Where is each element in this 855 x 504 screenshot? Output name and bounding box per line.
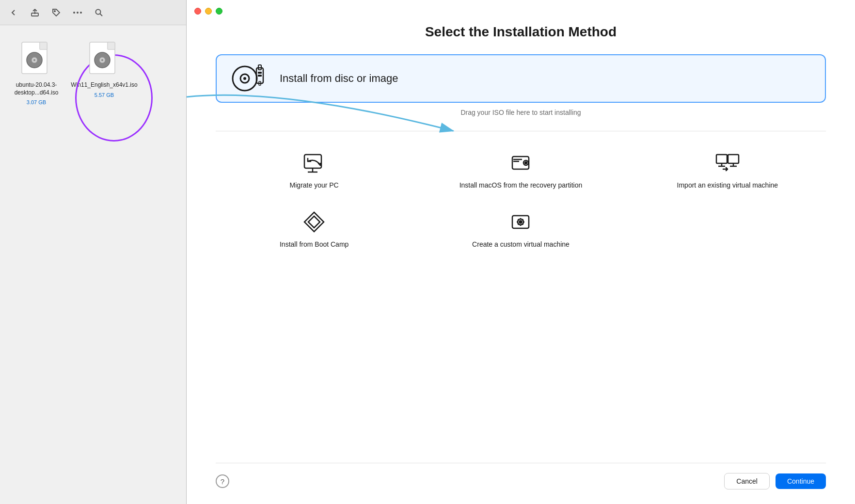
svg-point-45 xyxy=(520,220,522,223)
ubuntu-filesize: 3.07 GB xyxy=(27,99,46,105)
svg-rect-27 xyxy=(304,155,321,168)
footer-buttons: Cancel Continue xyxy=(724,473,826,489)
svg-point-3 xyxy=(77,12,79,14)
tag-icon[interactable] xyxy=(50,7,62,18)
win11-filesize: 5.57 GB xyxy=(95,92,114,98)
macos-recovery-icon xyxy=(508,151,533,175)
migrate-label: Migrate your PC xyxy=(290,181,339,190)
svg-point-34 xyxy=(525,162,527,164)
options-grid: Migrate your PC Install macOS from the r… xyxy=(216,146,826,458)
help-button[interactable]: ? xyxy=(216,474,229,488)
custom-vm-label: Create a custom virtual machine xyxy=(472,240,570,250)
cancel-button[interactable]: Cancel xyxy=(724,473,770,489)
svg-line-52 xyxy=(522,219,523,220)
svg-line-53 xyxy=(518,224,519,225)
continue-button[interactable]: Continue xyxy=(776,473,826,489)
import-vm-icon xyxy=(715,151,740,175)
minimize-button[interactable] xyxy=(205,8,212,15)
dialog-footer: ? Cancel Continue xyxy=(216,463,826,489)
search-icon[interactable] xyxy=(93,7,105,18)
file-item-ubuntu[interactable]: ubuntu-20.04.3-desktop...d64.iso 3.07 GB xyxy=(10,40,63,105)
disc-usb-icon xyxy=(231,64,270,93)
import-vm-label: Import an existing virtual machine xyxy=(677,181,778,190)
svg-line-51 xyxy=(522,224,523,225)
svg-line-6 xyxy=(100,14,103,16)
traffic-lights xyxy=(194,8,222,15)
option-migrate-pc[interactable]: Migrate your PC xyxy=(216,146,412,195)
option-import-vm[interactable]: Import an existing virtual machine xyxy=(629,146,826,195)
ubuntu-filename: ubuntu-20.04.3-desktop...d64.iso xyxy=(10,81,63,96)
share-icon[interactable] xyxy=(29,7,41,18)
migrate-icon xyxy=(302,151,326,175)
svg-point-18 xyxy=(101,59,103,61)
win11-iso-icon xyxy=(85,40,124,79)
maximize-button[interactable] xyxy=(216,8,222,15)
close-button[interactable] xyxy=(194,8,201,15)
svg-point-4 xyxy=(80,12,82,14)
finder-toolbar xyxy=(0,0,186,25)
svg-rect-0 xyxy=(32,13,38,16)
option-custom-vm[interactable]: Create a custom virtual machine xyxy=(422,205,619,254)
svg-rect-24 xyxy=(258,72,262,74)
custom-vm-icon xyxy=(508,210,533,234)
svg-point-12 xyxy=(33,59,35,61)
more-icon[interactable] xyxy=(72,7,83,18)
svg-rect-9 xyxy=(40,42,47,49)
svg-line-50 xyxy=(518,219,519,220)
back-icon[interactable] xyxy=(8,7,19,18)
options-row-1: Migrate your PC Install macOS from the r… xyxy=(216,146,826,195)
file-grid: ubuntu-20.04.3-desktop...d64.iso 3.07 GB… xyxy=(10,40,176,105)
finder-sidebar: ubuntu-20.04.3-desktop...d64.iso 3.07 GB… xyxy=(0,0,187,504)
option-bootcamp[interactable]: Install from Boot Camp xyxy=(216,205,412,254)
svg-point-21 xyxy=(243,77,246,80)
svg-rect-37 xyxy=(716,155,727,163)
divider xyxy=(216,131,826,131)
ubuntu-iso-icon xyxy=(17,40,56,79)
file-item-win11[interactable]: Win11_English_x64v1.iso 5.57 GB xyxy=(78,40,131,98)
svg-point-2 xyxy=(73,12,75,14)
svg-rect-25 xyxy=(258,75,262,77)
svg-rect-15 xyxy=(108,42,115,49)
macos-recovery-label: Install macOS from the recovery partitio… xyxy=(459,181,583,190)
install-disc-button[interactable]: Install from disc or image xyxy=(216,54,826,103)
dialog: Select the Installation Method Install f… xyxy=(187,0,855,504)
options-row-2: Install from Boot Camp xyxy=(216,205,826,254)
dialog-title: Select the Installation Method xyxy=(216,24,826,40)
bootcamp-icon xyxy=(302,210,326,234)
svg-rect-38 xyxy=(728,155,739,163)
drag-hint: Drag your ISO file here to start install… xyxy=(216,109,826,116)
install-disc-label: Install from disc or image xyxy=(280,72,398,85)
svg-point-1 xyxy=(54,10,55,11)
finder-content: ubuntu-20.04.3-desktop...d64.iso 3.07 GB… xyxy=(0,25,186,504)
svg-point-5 xyxy=(96,9,101,14)
win11-filename: Win11_English_x64v1.iso xyxy=(71,81,137,89)
bootcamp-label: Install from Boot Camp xyxy=(280,240,348,250)
option-macos-recovery[interactable]: Install macOS from the recovery partitio… xyxy=(422,146,619,195)
